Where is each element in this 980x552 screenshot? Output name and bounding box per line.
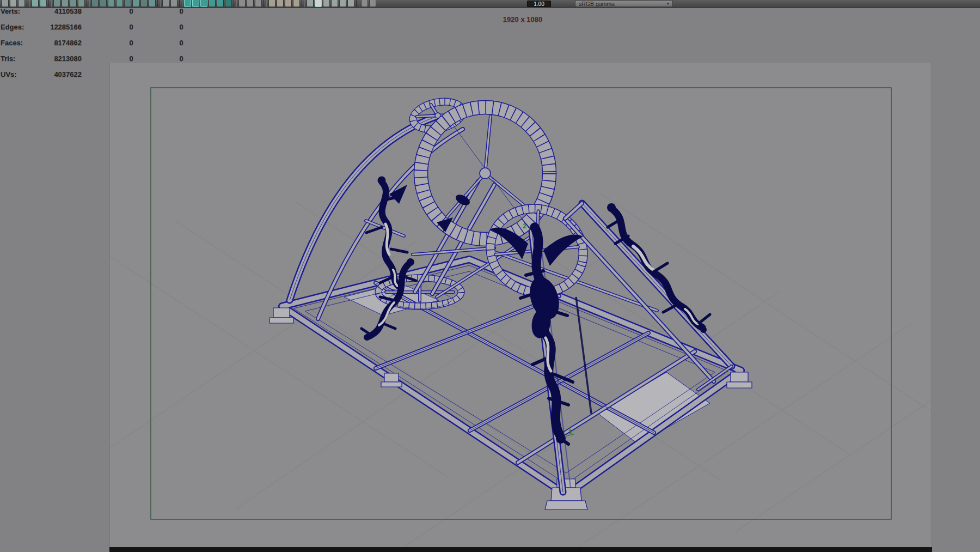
save-scene-icon[interactable] [18, 0, 25, 7]
scale-tool-icon[interactable] [347, 0, 354, 7]
lasso-tool-icon[interactable] [323, 0, 330, 7]
scene-canvas[interactable]: 2 1 [110, 63, 932, 547]
chevron-down-icon: ▾ [667, 1, 669, 7]
hud-row-tris: Tris: 8213080 0 0 [0, 54, 207, 63]
selection-mask-component-icon[interactable] [78, 0, 85, 7]
highlight-selection-icon[interactable] [170, 0, 177, 7]
construction-history-icon[interactable] [255, 0, 262, 7]
select-by-curve-icon[interactable] [108, 0, 115, 7]
hud-selected: 0 [124, 39, 138, 47]
hud-selected: 0 [124, 23, 138, 31]
time-slider-edge [109, 547, 932, 552]
select-by-deformation-icon[interactable] [124, 0, 131, 7]
toolbar-separator [157, 0, 161, 7]
snap-to-view-plane-icon[interactable] [217, 0, 224, 7]
toolbar-separator [87, 0, 90, 7]
output-connections-icon[interactable] [247, 0, 254, 7]
hud-label: Faces: [1, 39, 23, 47]
hud-total: 8213080 [27, 54, 82, 63]
hud-label: UVs: [1, 70, 17, 78]
hud-component: 0 [174, 54, 188, 63]
selection-mask-object-icon[interactable] [70, 0, 77, 7]
hud-row-edges: Edges: 12285166 0 0 [0, 23, 207, 32]
paint-effects-icon[interactable] [307, 0, 314, 7]
toolbar-separator [48, 0, 52, 7]
hud-component: 0 [174, 23, 188, 31]
hud-component: 0 [174, 39, 188, 47]
hud-row-verts: Verts: 4110538 0 0 [0, 7, 207, 16]
catapult-base-frame[interactable] [270, 259, 752, 509]
new-scene-icon[interactable] [2, 0, 9, 7]
maya-window: 1.00 sRGB gamma ▾ Verts: 4110538 0 0 Edg… [0, 0, 980, 552]
right-diagonal-beams[interactable] [565, 203, 732, 390]
hud-selected: 0 [124, 54, 138, 63]
select-by-rendering-icon[interactable] [140, 0, 148, 7]
snap-to-projected-center-icon[interactable] [209, 0, 216, 7]
toolbar-icon-strip [1, 0, 377, 7]
hud-row-faces: Faces: 8174862 0 0 [0, 39, 207, 47]
open-render-view-icon[interactable] [268, 0, 275, 7]
hud-total: 12285166 [27, 23, 82, 31]
move-tool-icon[interactable] [331, 0, 338, 7]
hud-total: 4037622 [27, 70, 82, 78]
open-scene-icon[interactable] [10, 0, 17, 7]
redo-icon[interactable] [40, 0, 47, 7]
make-live-icon[interactable] [225, 0, 232, 7]
hud-selected: 0 [124, 7, 138, 15]
perspective-viewport[interactable]: 2 1 [109, 63, 932, 547]
resolution-gate-label: 1920 x 1080 [489, 15, 556, 23]
transform-value-field[interactable]: 1.00 [527, 1, 551, 7]
toolbar-separator [356, 0, 359, 7]
toolbar-separator [264, 0, 267, 7]
select-by-surface-icon[interactable] [116, 0, 123, 7]
snap-to-curve-icon[interactable] [192, 0, 199, 7]
select-by-dynamics-icon[interactable] [132, 0, 139, 7]
render-current-frame-icon[interactable] [277, 0, 284, 7]
toolbar-separator [27, 0, 30, 7]
toolbar-separator [179, 0, 182, 7]
toolbar-separator [234, 0, 237, 7]
gamma-select-label: sRGB gamma [579, 1, 615, 7]
select-by-misc-icon[interactable] [149, 0, 156, 7]
undo-icon[interactable] [32, 0, 39, 7]
hud-label: Tris: [1, 54, 15, 63]
render-settings-icon[interactable] [293, 0, 300, 7]
select-by-handle-icon[interactable] [91, 0, 99, 7]
hud-label: Verts: [1, 7, 20, 15]
absolute-transform-icon[interactable] [361, 0, 368, 7]
dragon-right[interactable] [607, 203, 710, 333]
select-by-joint-icon[interactable] [100, 0, 107, 7]
input-connections-icon[interactable] [238, 0, 246, 7]
relative-transform-icon[interactable] [369, 0, 376, 7]
snap-to-point-icon[interactable] [200, 0, 207, 7]
selection-mask-hierarchy-icon[interactable] [62, 0, 69, 7]
gamma-select[interactable]: sRGB gamma ▾ [575, 0, 673, 7]
joint-marker-2: 2 [523, 222, 526, 230]
snap-to-grid-icon[interactable] [184, 0, 191, 7]
ipr-render-icon[interactable] [285, 0, 292, 7]
rotate-tool-icon[interactable] [339, 0, 346, 7]
select-tool-icon[interactable] [315, 0, 322, 7]
selection-mask-all-icon[interactable] [53, 0, 60, 7]
toolbar-separator [302, 0, 305, 7]
hud-total: 4110538 [27, 7, 82, 15]
hud-label: Edges: [1, 23, 24, 31]
hud-component: 0 [174, 7, 188, 15]
lock-selection-icon[interactable] [162, 0, 169, 7]
hud-total: 8174862 [27, 39, 82, 47]
